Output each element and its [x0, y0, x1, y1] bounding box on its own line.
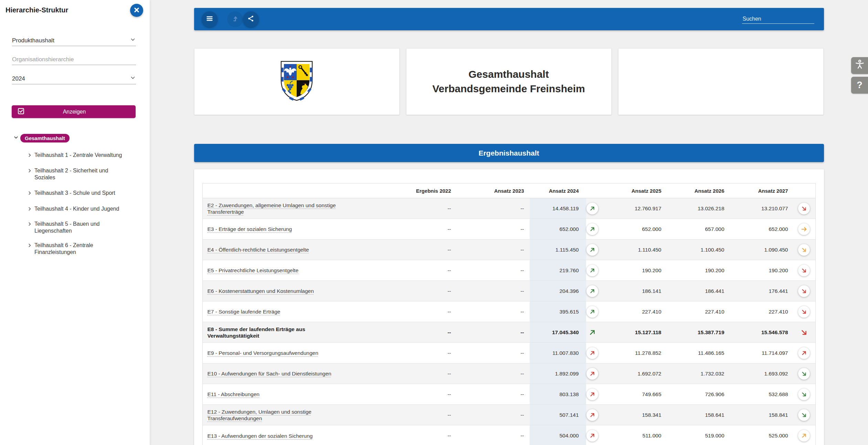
side-buttons: ? [851, 57, 868, 94]
table-row: E3 - Erträge der sozialen Sicherung -- -… [203, 219, 815, 240]
share-icon [247, 15, 255, 23]
cell-ergebnis-2022: -- [353, 267, 457, 274]
menu-icon [206, 15, 213, 23]
cell-ansatz-2027: 15.546.578 [730, 329, 794, 336]
help-button[interactable]: ? [851, 77, 868, 94]
cell-ergebnis-2022: -- [353, 247, 457, 253]
cell-ansatz-2023: -- [457, 371, 530, 377]
table-row: E10 - Aufwendungen für Sach- und Dienstl… [203, 363, 815, 384]
top-toolbar [194, 8, 824, 30]
trend-2027-indicator [794, 223, 814, 235]
close-panel-button[interactable] [130, 4, 143, 17]
cell-ansatz-2023: -- [457, 412, 530, 418]
tree-item-label: Teilhaushalt 2 - Sicherheit und Soziales [34, 167, 122, 181]
row-label-link[interactable]: E9 - Personal- und Versorgungsaufwendung… [208, 350, 318, 356]
checkbox-checked-icon [12, 107, 25, 116]
cell-ansatz-2025: 1.110.450 [599, 247, 667, 253]
share-button[interactable] [243, 11, 259, 27]
cell-ansatz-2026: 1.732.032 [667, 371, 730, 377]
cell-ergebnis-2022: -- [353, 371, 457, 377]
row-label-link[interactable]: E2 - Zuwendungen, allgemeine Umlagen und… [208, 202, 336, 215]
row-label-link[interactable]: E3 - Erträge der sozialen Sicherung [208, 226, 292, 232]
cell-ansatz-2026: 186.441 [667, 288, 730, 294]
cell-ansatz-2024: 17.045.340 [530, 322, 586, 342]
tree-item[interactable]: Teilhaushalt 5 - Bauen und Liegenschafte… [27, 221, 130, 234]
trend-arrow-icon [801, 350, 807, 356]
organisation-hierarchy-input[interactable]: Organisationshierarchie [12, 54, 136, 65]
level-up-icon [231, 15, 239, 23]
tree-item[interactable]: Teilhaushalt 4 - Kinder und Jugend [27, 205, 130, 213]
row-label-link[interactable]: E11 - Abschreibungen [208, 391, 260, 397]
tree-item-label: Teilhaushalt 5 - Bauen und Liegenschafte… [34, 221, 122, 234]
tree-item[interactable]: Teilhaushalt 3 - Schule und Sport [27, 190, 130, 197]
tree-item[interactable]: Teilhaushalt 1 - Zentrale Verwaltung [27, 152, 130, 159]
hierarchy-panel: Hierarchie-Struktur Produkthaushalt Orga… [0, 0, 150, 445]
trend-arrow-icon [801, 391, 807, 398]
row-label-link[interactable]: E5 - Privatrechtliche Leistungsentgelte [208, 267, 299, 273]
trend-arrow-icon [589, 391, 595, 398]
row-label-link[interactable]: E4 - Öffentlich-rechtliche Leistungsentg… [208, 247, 309, 253]
level-up-button[interactable] [227, 11, 243, 27]
cell-ansatz-2026: 1.100.450 [667, 247, 730, 253]
cell-ansatz-2023: -- [457, 205, 530, 212]
cell-ansatz-2024: 1.115.450 [530, 240, 586, 260]
cell-ansatz-2027: 525.000 [730, 433, 794, 439]
row-label-link[interactable]: E13 - Aufwendungen der sozialen Sicherun… [208, 433, 313, 439]
trend-2024-indicator [586, 285, 599, 297]
cell-ansatz-2024: 1.892.099 [530, 363, 586, 384]
crest-card [194, 48, 400, 115]
budget-table: Ergebnis 2022 Ansatz 2023 Ansatz 2024 An… [202, 183, 816, 445]
empty-card [618, 48, 824, 115]
cell-ansatz-2024: 14.458.119 [530, 198, 586, 219]
chevron-down-icon [130, 36, 136, 44]
page-title: Gesamthaushalt Verbandsgemeinde Freinshe… [432, 67, 585, 96]
col-header-ergebnis-2022: Ergebnis 2022 [353, 188, 457, 194]
table-row: E4 - Öffentlich-rechtliche Leistungsentg… [203, 240, 815, 260]
cell-ansatz-2027: 11.714.097 [730, 350, 794, 356]
trend-arrow-icon [589, 267, 595, 274]
trend-2024-indicator [586, 347, 599, 359]
section-banner: Ergebnishaushalt [194, 144, 824, 162]
trend-arrow-icon [801, 226, 807, 232]
menu-button[interactable] [202, 11, 218, 27]
trend-arrow-icon [589, 247, 595, 253]
year-select[interactable]: 2024 [12, 73, 136, 84]
trend-arrow-icon [801, 288, 807, 294]
accessibility-button[interactable] [851, 57, 868, 74]
cell-ansatz-2023: -- [457, 433, 530, 439]
trend-arrow-icon [589, 329, 596, 336]
trend-2024-indicator [586, 244, 599, 256]
cell-ansatz-2025: 158.341 [599, 412, 667, 418]
hierarchy-type-select[interactable]: Produkthaushalt [12, 35, 136, 46]
search-input[interactable] [742, 14, 814, 24]
tree-root-gesamthaushalt[interactable]: Gesamthaushalt [13, 134, 70, 142]
tree-item[interactable]: Teilhaushalt 2 - Sicherheit und Soziales [27, 167, 130, 181]
row-label-link[interactable]: E7 - Sonstige laufende Erträge [208, 309, 280, 315]
trend-arrow-icon [801, 309, 807, 315]
cell-ansatz-2023: -- [457, 391, 530, 398]
row-label-link[interactable]: E12 - Zuwendungen, Umlagen und sonstige … [208, 409, 311, 421]
tree-item-label: Teilhaushalt 4 - Kinder und Jugend [34, 205, 119, 213]
trend-2027-indicator [794, 244, 814, 256]
trend-2024-indicator [586, 368, 599, 380]
tree-item-label: Teilhaushalt 1 - Zentrale Verwaltung [34, 152, 122, 159]
tree-item[interactable]: Teilhaushalt 6 - Zentrale Finanzleistung… [27, 242, 130, 256]
cell-ansatz-2023: -- [457, 350, 530, 356]
col-header-ansatz-2027: Ansatz 2027 [730, 188, 794, 194]
cell-ansatz-2024: 652.000 [530, 219, 586, 239]
cell-ergebnis-2022: -- [353, 205, 457, 212]
organisation-hierarchy-placeholder: Organisationshierarchie [12, 56, 74, 63]
cell-ansatz-2026: 190.200 [667, 267, 730, 274]
cell-ansatz-2025: 11.278.852 [599, 350, 667, 356]
row-label-link[interactable]: E6 - Kostenerstattungen und Kostenumlage… [208, 288, 314, 294]
cell-ansatz-2023: -- [457, 329, 530, 336]
cell-ansatz-2025: 749.665 [599, 391, 667, 398]
show-button[interactable]: Anzeigen [12, 105, 136, 118]
chevron-right-icon [27, 190, 32, 197]
row-label-link[interactable]: E10 - Aufwendungen für Sach- und Dienstl… [208, 371, 331, 377]
row-label-link[interactable]: E8 - Summe der laufenden Erträge aus Ver… [208, 326, 305, 339]
trend-2024-indicator [586, 327, 599, 338]
table-header-row: Ergebnis 2022 Ansatz 2023 Ansatz 2024 An… [203, 183, 815, 198]
cell-ansatz-2023: -- [457, 309, 530, 315]
cell-ansatz-2024: 504.000 [530, 425, 586, 445]
